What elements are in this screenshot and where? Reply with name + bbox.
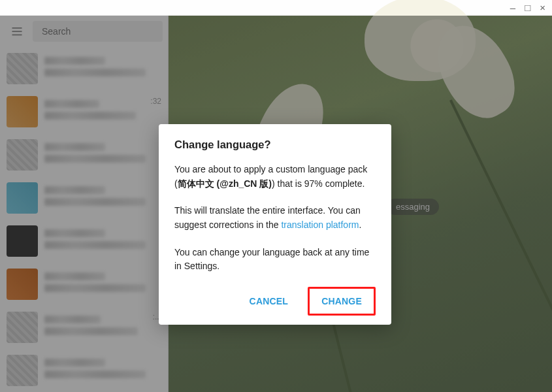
dialog-text-3: You can change your language back at any… bbox=[174, 246, 376, 274]
tutorial-highlight: CHANGE bbox=[308, 287, 376, 316]
window-close-button[interactable]: × bbox=[540, 3, 545, 12]
dialog-text-2: This will translate the entire interface… bbox=[174, 204, 376, 232]
change-language-dialog: Change language? You are about to apply … bbox=[159, 124, 391, 325]
translation-platform-link[interactable]: translation platform bbox=[281, 220, 359, 230]
dialog-title: Change language? bbox=[174, 139, 376, 151]
dialog-text-1: You are about to apply a custom language… bbox=[174, 163, 376, 191]
cancel-button[interactable]: CANCEL bbox=[240, 291, 298, 312]
window-minimize-button[interactable]: – bbox=[510, 3, 515, 12]
change-button[interactable]: CHANGE bbox=[312, 291, 371, 312]
window-maximize-button[interactable]: □ bbox=[525, 3, 530, 12]
window-titlebar: – □ × bbox=[0, 0, 552, 16]
dialog-actions: CANCEL CHANGE bbox=[174, 287, 376, 316]
